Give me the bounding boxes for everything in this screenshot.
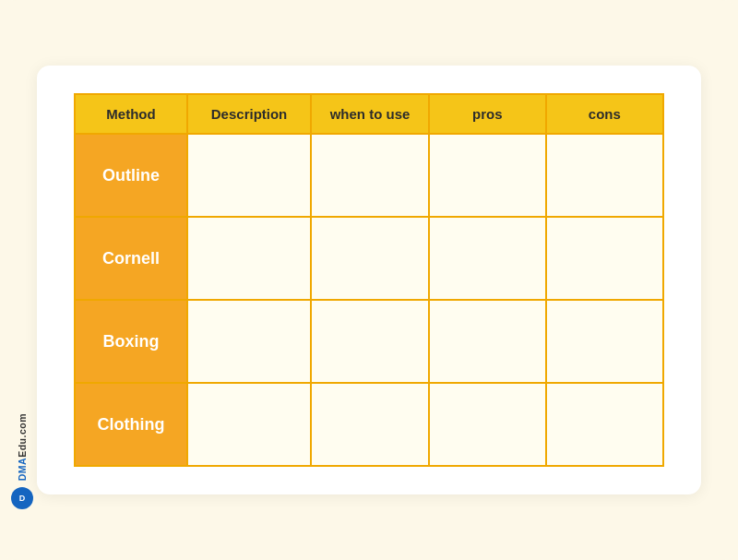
- main-card: Method Description when to use pros cons…: [37, 66, 701, 494]
- brand-text: DMAEdu.com: [18, 413, 28, 481]
- cell-cornell-cons: [546, 217, 663, 300]
- cell-outline-cons: [546, 134, 663, 217]
- cell-clothing-cons: [546, 383, 663, 466]
- cell-outline-pros: [429, 134, 546, 217]
- brand-icon: D: [11, 487, 33, 509]
- method-label-boxing: Boxing: [75, 300, 187, 383]
- cell-boxing-description: [187, 300, 311, 383]
- cell-cornell-description: [187, 217, 311, 300]
- table-row: Cornell: [75, 217, 663, 300]
- cell-clothing-description: [187, 383, 311, 466]
- comparison-table: Method Description when to use pros cons…: [74, 93, 664, 467]
- brand-icon-letter: D: [15, 490, 30, 507]
- cell-clothing-when: [311, 383, 429, 466]
- page-background: Method Description when to use pros cons…: [0, 0, 738, 560]
- method-label-cornell: Cornell: [75, 217, 187, 300]
- watermark: DMAEdu.com D: [11, 413, 33, 509]
- cell-boxing-cons: [546, 300, 663, 383]
- table-row: Boxing: [75, 300, 663, 383]
- cell-outline-description: [187, 134, 311, 217]
- cell-cornell-pros: [429, 217, 546, 300]
- col-method: Method: [75, 94, 187, 134]
- svg-text:D: D: [19, 494, 26, 503]
- cell-boxing-when: [311, 300, 429, 383]
- table-row: Clothing: [75, 383, 663, 466]
- table-row: Outline: [75, 134, 663, 217]
- method-label-clothing: Clothing: [75, 383, 187, 466]
- col-pros: pros: [429, 94, 546, 134]
- cell-clothing-pros: [429, 383, 546, 466]
- cell-outline-when: [311, 134, 429, 217]
- cell-boxing-pros: [429, 300, 546, 383]
- col-when-to-use: when to use: [311, 94, 429, 134]
- table-header-row: Method Description when to use pros cons: [75, 94, 663, 134]
- method-label-outline: Outline: [75, 134, 187, 217]
- col-description: Description: [187, 94, 311, 134]
- col-cons: cons: [546, 94, 663, 134]
- cell-cornell-when: [311, 217, 429, 300]
